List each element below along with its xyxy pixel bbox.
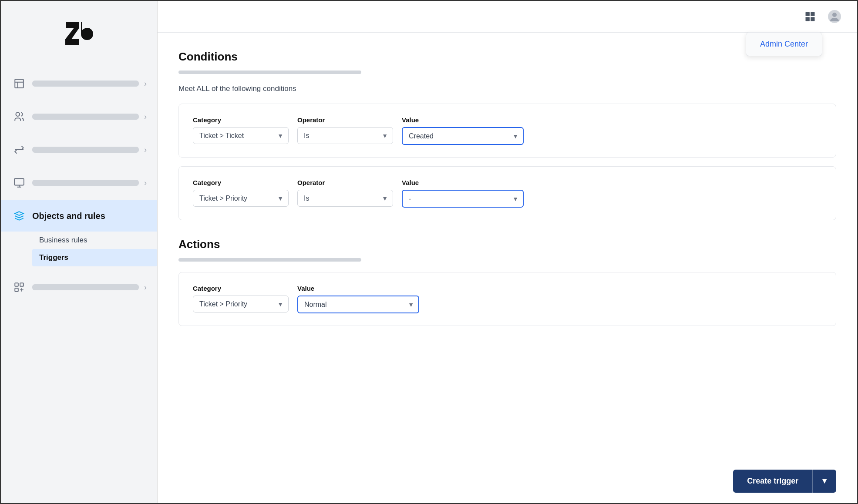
monitor-icon [11,175,27,191]
topbar-icons [801,8,843,25]
action-1-category-wrapper: Ticket > Priority ▼ [193,296,289,312]
svg-point-1 [16,112,20,116]
svg-rect-7 [811,12,814,16]
conditions-section: Conditions Meet ALL of the following con… [178,50,836,220]
actions-title: Actions [178,238,836,251]
action-1-value-group: Value Normal ▼ [297,285,419,313]
grid-icon-button[interactable] [801,8,819,25]
svg-point-11 [832,13,837,17]
svg-rect-6 [806,12,810,16]
users-icon [11,109,27,124]
condition-1-category-label: Category [193,116,289,124]
sidebar-item-objects-label: Objects and rules [32,211,105,221]
condition-2-operator-wrapper: Is ▼ [297,190,393,207]
sidebar-item-objects[interactable]: Objects and rules [1,200,157,232]
actions-progress [178,258,361,262]
svg-rect-8 [806,17,810,21]
objects-rules-icon [11,208,27,224]
condition-2-category-group: Category Ticket > Priority ▼ [193,179,289,207]
condition-1-value-group: Value Created ▼ [402,116,524,145]
action-1-value-label: Value [297,285,419,292]
nav-items: › › [1,66,157,503]
nav-label-bar [32,114,139,120]
conditions-progress [178,71,361,74]
condition-row-2: Category Ticket > Priority ▼ Operator [178,166,836,220]
sub-menu-triggers[interactable]: Triggers [32,249,157,266]
condition-1-operator-select[interactable]: Is [297,127,393,144]
chevron-icon: › [144,178,147,188]
chevron-icon: › [144,145,147,155]
main-content: Admin Center Conditions Meet ALL of the … [158,1,857,503]
create-trigger-caret-button[interactable]: ▼ [812,470,836,493]
nav-label-bar [32,147,139,153]
sub-menu-business-rules[interactable]: Business rules [32,232,157,249]
condition-row-2-fields: Category Ticket > Priority ▼ Operator [193,179,822,208]
condition-2-category-wrapper: Ticket > Priority ▼ [193,190,289,207]
svg-rect-9 [811,17,814,21]
condition-1-category-select[interactable]: Ticket > Ticket [193,127,289,144]
topbar: Admin Center [158,1,857,33]
condition-2-value-group: Value - ▼ [402,179,524,208]
svg-rect-4 [20,283,24,286]
condition-row-1: Category Ticket > Ticket ▼ Operator [178,104,836,158]
arrows-icon [11,142,27,158]
admin-center-dropdown: Admin Center [746,32,822,56]
action-1-value-select[interactable]: Normal [297,296,419,313]
nav-label-bar [32,180,139,186]
sub-menu: Business rules Triggers [1,232,157,266]
sidebar-item-apps[interactable]: › [1,272,157,303]
sidebar-item-channels[interactable]: › [1,167,157,198]
condition-2-value-select[interactable]: - [402,190,524,208]
create-trigger-button[interactable]: Create trigger [733,470,812,493]
action-row-1: Category Ticket > Priority ▼ Value N [178,272,836,326]
condition-2-category-select[interactable]: Ticket > Priority [193,190,289,207]
condition-1-value-select[interactable]: Created [402,127,524,145]
page-footer: Create trigger ▼ [158,459,857,503]
condition-2-value-wrapper: - ▼ [402,190,524,208]
chevron-icon: › [144,112,147,121]
condition-1-value-label: Value [402,116,524,124]
actions-section: Actions Category Ticket > Priority ▼ [178,238,836,326]
nav-label-bar [32,81,139,87]
condition-2-category-label: Category [193,179,289,186]
apps-add-icon [11,279,27,295]
chevron-icon: › [144,283,147,292]
logo-area [1,10,157,57]
sidebar-item-home[interactable]: › [1,68,157,99]
building-icon [11,76,27,91]
admin-center-link[interactable]: Admin Center [760,40,808,48]
action-1-category-group: Category Ticket > Priority ▼ [193,285,289,312]
sidebar: › › [1,1,158,503]
condition-2-operator-group: Operator Is ▼ [297,179,393,207]
sidebar-item-routing[interactable]: › [1,134,157,165]
zendesk-logo [62,18,97,49]
condition-1-operator-wrapper: Is ▼ [297,127,393,144]
nav-label-bar [32,284,139,290]
svg-rect-3 [15,283,18,286]
condition-1-operator-label: Operator [297,116,393,124]
action-row-1-fields: Category Ticket > Priority ▼ Value N [193,285,822,313]
conditions-subtitle: Meet ALL of the following conditions [178,84,836,93]
condition-2-operator-select[interactable]: Is [297,190,393,207]
condition-1-category-wrapper: Ticket > Ticket ▼ [193,127,289,144]
action-1-category-select[interactable]: Ticket > Priority [193,296,289,312]
action-1-category-label: Category [193,285,289,292]
condition-2-value-label: Value [402,179,524,186]
page-content: Conditions Meet ALL of the following con… [158,33,857,459]
condition-1-operator-group: Operator Is ▼ [297,116,393,144]
svg-rect-2 [14,178,24,185]
condition-2-operator-label: Operator [297,179,393,186]
chevron-icon: › [144,79,147,88]
svg-rect-0 [15,79,24,88]
sidebar-item-users[interactable]: › [1,101,157,132]
condition-row-1-fields: Category Ticket > Ticket ▼ Operator [193,116,822,145]
conditions-title: Conditions [178,50,836,64]
svg-rect-5 [15,288,18,292]
action-1-value-wrapper: Normal ▼ [297,296,419,313]
user-avatar-icon[interactable] [826,8,843,25]
condition-1-category-group: Category Ticket > Ticket ▼ [193,116,289,144]
condition-1-value-wrapper: Created ▼ [402,127,524,145]
